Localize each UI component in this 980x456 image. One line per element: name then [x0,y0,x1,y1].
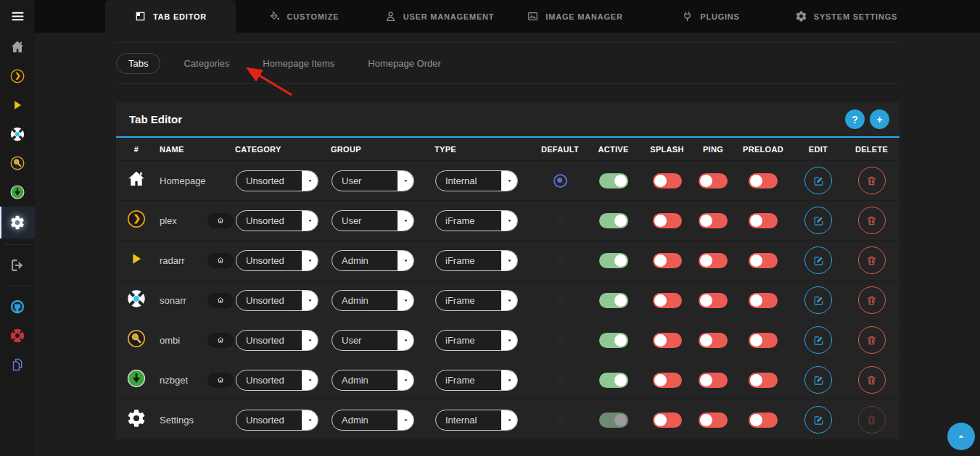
help-button[interactable]: ? [845,109,865,129]
edit-button[interactable] [804,246,832,274]
active-toggle[interactable] [599,293,628,308]
sidebar-item-plex[interactable] [0,62,35,91]
type-select[interactable]: Internal [435,170,518,191]
plug-icon [681,10,693,22]
type-select[interactable]: iFrame [435,330,518,351]
nav-tab-image-manager[interactable]: IMAGE MANAGER [507,0,643,33]
ping-toggle[interactable] [699,333,728,348]
caret-down-icon [402,297,410,304]
edit-button[interactable] [804,207,832,234]
sidebar-item-sonarr[interactable] [0,120,35,149]
delete-button[interactable] [858,366,886,394]
edit-button[interactable] [804,326,832,354]
category-select[interactable]: Unsorted [236,370,318,391]
default-radio[interactable] [553,333,567,347]
splash-toggle[interactable] [653,213,682,228]
group-select[interactable]: Admin [332,250,414,271]
preload-toggle[interactable] [749,213,778,228]
active-toggle[interactable] [599,213,628,228]
preload-toggle[interactable] [749,333,778,348]
dropdown-cap [398,370,413,390]
group-select[interactable]: User [332,210,414,231]
sidebar-item-nzbget[interactable] [0,178,35,207]
splash-toggle[interactable] [653,373,682,388]
default-radio[interactable] [553,174,567,188]
type-select[interactable]: Internal [435,410,518,431]
group-select[interactable]: User [332,170,414,191]
nav-tab-system-settings[interactable]: SYSTEM SETTINGS [778,0,914,33]
edit-button[interactable] [804,167,832,194]
sidebar-item-settings[interactable] [0,207,35,239]
edit-button[interactable] [804,286,832,314]
sidebar-item-support[interactable] [0,321,35,350]
default-radio[interactable] [553,373,567,387]
toggle-knob [700,334,712,347]
group-select[interactable]: Admin [332,290,414,311]
sidebar-item-home[interactable] [0,33,35,62]
nav-tab-customize[interactable]: CUSTOMIZE [236,0,371,33]
nav-tab-user-management[interactable]: USER MANAGEMENT [371,0,507,33]
subtab-homepage-items[interactable]: Homepage Items [252,53,345,74]
ping-toggle[interactable] [699,213,728,228]
nav-tab-tab-editor[interactable]: TAB EDITOR [105,0,236,33]
category-select[interactable]: Unsorted [236,210,318,231]
trash-icon [865,175,878,187]
type-select[interactable]: iFrame [435,250,518,271]
sidebar-item-menu[interactable] [0,0,35,33]
ping-toggle[interactable] [699,173,728,188]
sidebar-item-logout[interactable] [0,251,35,280]
default-radio[interactable] [553,254,567,268]
subtab-homepage-order[interactable]: Homepage Order [358,53,450,74]
add-tab-button[interactable]: + [870,109,889,129]
delete-button[interactable] [858,167,886,194]
active-toggle[interactable] [599,373,628,388]
default-radio[interactable] [553,294,567,307]
ping-toggle[interactable] [699,413,728,428]
sidebar-item-radarr[interactable] [0,91,35,120]
category-select[interactable]: Unsorted [236,330,318,351]
category-select[interactable]: Unsorted [236,250,318,271]
splash-toggle[interactable] [653,253,682,268]
group-select[interactable]: Admin [332,410,414,431]
type-select[interactable]: iFrame [435,210,518,231]
category-select[interactable]: Unsorted [236,170,318,191]
category-select[interactable]: Unsorted [236,290,318,311]
category-select[interactable]: Unsorted [236,410,318,431]
delete-button[interactable] [858,286,886,314]
scroll-top-button[interactable] [947,423,975,450]
sidebar-item-ombi[interactable] [0,149,35,178]
group-select[interactable]: Admin [332,370,414,391]
type-select[interactable]: iFrame [435,290,518,311]
ping-toggle[interactable] [699,373,728,388]
group-select[interactable]: User [332,330,414,351]
edit-button[interactable] [804,366,832,394]
splash-toggle[interactable] [653,333,682,348]
delete-button[interactable] [858,246,886,274]
preload-toggle[interactable] [749,413,778,428]
type-select[interactable]: iFrame [435,370,518,391]
type-select-value: iFrame [436,295,501,306]
preload-toggle[interactable] [749,293,778,308]
sidebar-item-github[interactable] [0,292,35,321]
edit-button[interactable] [804,406,832,434]
subtab-tabs[interactable]: Tabs [116,53,160,74]
delete-button[interactable] [858,207,886,234]
active-toggle[interactable] [599,173,628,188]
ping-toggle[interactable] [699,253,728,268]
sidebar-item-docs[interactable] [0,350,35,379]
preload-toggle[interactable] [749,373,778,388]
preload-toggle[interactable] [749,173,778,188]
delete-button[interactable] [858,326,886,354]
active-toggle[interactable] [599,253,628,268]
ping-toggle[interactable] [699,293,728,308]
nav-tab-plugins[interactable]: PLUGINS [643,0,778,33]
caret-down-icon [506,416,514,424]
active-toggle[interactable] [599,333,628,348]
subtab-categories[interactable]: Categories [173,53,239,74]
default-radio[interactable] [553,214,567,228]
preload-toggle[interactable] [749,253,778,268]
splash-toggle[interactable] [653,293,682,308]
splash-toggle[interactable] [653,173,682,188]
splash-toggle[interactable] [653,413,682,428]
default-radio[interactable] [553,413,567,427]
